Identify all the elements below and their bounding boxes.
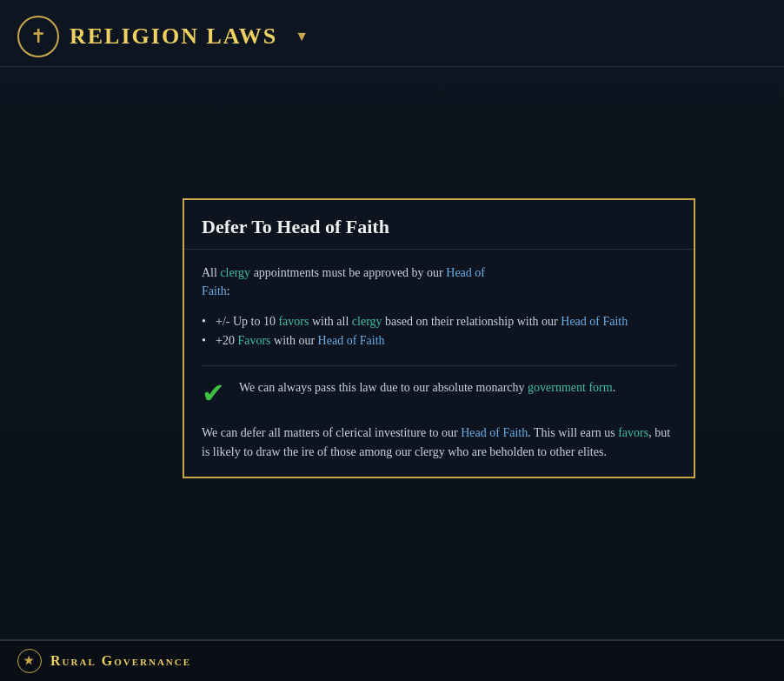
clergy-link-1: clergy xyxy=(220,266,250,279)
government-form-link: government form xyxy=(528,381,613,394)
bottom-bar-title: Rural Governance xyxy=(50,653,191,669)
tooltip-intro: All clergy appointments must be approved… xyxy=(202,264,676,300)
bottom-section-label: ★ Rural Governance xyxy=(17,649,191,673)
bottom-bar-icon: ★ xyxy=(17,649,42,673)
religion-laws-icon: ✝ xyxy=(17,16,59,57)
head-of-faith-link-4: Head of Faith xyxy=(461,426,528,439)
page-title: Religion Laws xyxy=(70,23,277,50)
check-text: We can always pass this law due to our a… xyxy=(239,378,615,397)
dropdown-icon[interactable]: ▼ xyxy=(295,29,309,44)
tooltip-check-row: ✔ We can always pass this law due to our… xyxy=(202,378,676,410)
head-of-faith-link-2: Head of Faith xyxy=(561,315,628,328)
tooltip-bullets: +/- Up to 10 favors with all clergy base… xyxy=(202,312,676,351)
tooltip-divider xyxy=(202,365,676,366)
tooltip-body: All clergy appointments must be approved… xyxy=(184,250,694,477)
tooltip-popup: Defer To Head of Faith All clergy appoin… xyxy=(183,198,695,478)
favors-link-3: favors xyxy=(618,426,648,439)
tooltip-title: Defer To Head of Faith xyxy=(184,200,694,250)
favors-link-1: favors xyxy=(278,315,309,328)
check-icon: ✔ xyxy=(202,377,225,410)
bottom-bar: ★ Rural Governance xyxy=(0,639,784,681)
clergy-link-2: clergy xyxy=(352,315,382,328)
head-of-faith-link-3: Head of Faith xyxy=(318,334,385,347)
header: ✝ Religion Laws ▼ xyxy=(0,0,784,67)
bullet-1: +/- Up to 10 favors with all clergy base… xyxy=(202,312,676,331)
favors-link-2: Favors xyxy=(237,334,270,347)
bullet-2: +20 Favors with our Head of Faith xyxy=(202,331,676,351)
tooltip-footer: We can defer all matters of clerical inv… xyxy=(202,424,676,463)
